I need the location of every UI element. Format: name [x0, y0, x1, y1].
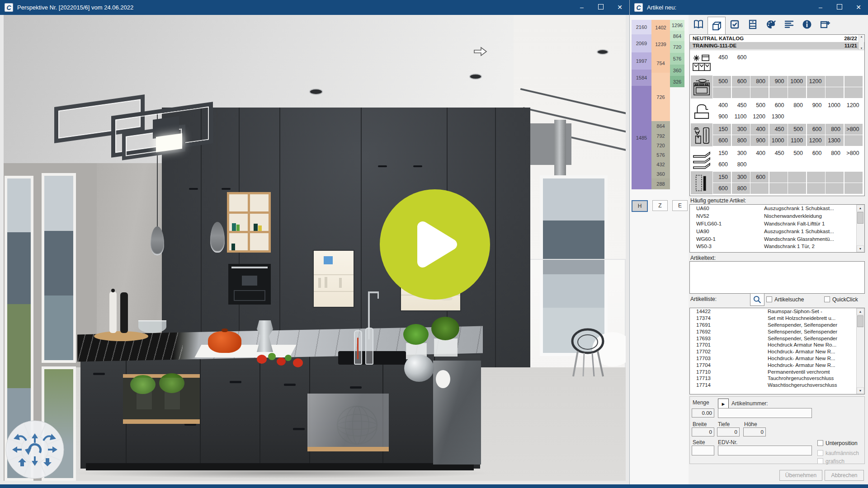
dimension-button[interactable]: 600 [713, 159, 731, 170]
breite-input[interactable]: 0 [692, 427, 714, 436]
list-item[interactable]: 17691Seifenspender, Seifenspender [690, 322, 864, 328]
height-value-cell[interactable]: 792 [651, 131, 670, 141]
dimension-cell-empty[interactable] [807, 172, 825, 183]
height-value-cell[interactable]: 864 [670, 31, 684, 41]
list-item[interactable]: 17714Waschtischgeruchsverschluss [690, 382, 864, 389]
catalog-row[interactable]: NEUTRAL KATALOG28/22 [690, 35, 864, 42]
dimension-cell-empty[interactable] [844, 183, 863, 194]
list-item[interactable]: 17703Hochdruck- Armatur New R... [690, 355, 864, 362]
height-value-cell[interactable]: 432 [651, 160, 670, 169]
dimension-button[interactable]: 450 [732, 100, 750, 111]
dimension-cell-empty[interactable] [769, 172, 788, 183]
dimension-button[interactable]: 1200 [750, 111, 769, 122]
list-item[interactable]: WFLG60-1Wandschrank Falt-Lifttür 1 [690, 220, 864, 228]
dimension-button[interactable]: 1000 [826, 100, 844, 111]
dimension-button[interactable]: 1100 [732, 111, 750, 122]
dimension-button[interactable]: 1200 [844, 100, 863, 111]
list-item[interactable]: WG60-1Wandschrank Glasrahmentü... [690, 235, 864, 243]
height-value-cell[interactable]: 2160 [632, 20, 651, 34]
height-value-cell[interactable]: 360 [651, 169, 670, 178]
dimension-cell-empty[interactable] [844, 76, 863, 87]
height-value-cell[interactable]: 720 [651, 141, 670, 150]
list-item[interactable]: W50-3Wandschrank 1 Tür, 2 [690, 243, 864, 250]
mode-button-e[interactable]: E [672, 200, 688, 211]
dimension-button[interactable]: 300 [732, 148, 750, 159]
dimension-button[interactable]: 500 [788, 148, 806, 159]
dimension-cell-empty[interactable] [788, 172, 806, 183]
tiefe-input[interactable]: 0 [717, 427, 740, 436]
dimension-cell-empty[interactable] [826, 183, 844, 194]
list-icon[interactable] [780, 17, 798, 32]
dimension-cell-empty[interactable] [788, 183, 806, 194]
dimension-button[interactable]: 500 [713, 76, 731, 87]
cube-icon[interactable] [708, 17, 726, 35]
dimension-button[interactable]: 150 [713, 172, 731, 183]
dimension-button[interactable]: 600 [713, 135, 731, 146]
dimension-button[interactable]: 1100 [788, 135, 806, 146]
minimize-button[interactable]: – [811, 0, 830, 15]
dimension-button[interactable]: 900 [750, 135, 769, 146]
seite-input[interactable] [692, 446, 714, 455]
dimension-button[interactable]: 1000 [769, 135, 788, 146]
height-value-cell[interactable]: 576 [670, 53, 684, 65]
scroll-up-icon[interactable]: ▲ [857, 205, 864, 211]
height-value-cell[interactable]: 1997 [632, 52, 651, 70]
list-item[interactable]: 17702Hochdruck- Armatur New R... [690, 348, 864, 355]
dimension-button[interactable]: 900 [769, 76, 788, 87]
height-value-cell[interactable]: 726 [651, 73, 670, 121]
dimension-button[interactable]: 800 [750, 76, 769, 87]
dimension-button[interactable]: 600 [713, 183, 731, 194]
catalog-scrollbar[interactable]: ▲▼ [859, 35, 864, 50]
artikelsuche-checkbox[interactable] [766, 296, 772, 302]
height-value-cell[interactable]: 864 [651, 121, 670, 131]
list-item[interactable]: 17692Seifenspender, Seifenspender [690, 328, 864, 335]
scroll-down-icon[interactable]: ▼ [857, 387, 864, 394]
dimension-button[interactable]: 400 [750, 148, 769, 159]
info-icon[interactable] [798, 17, 816, 32]
dimension-button[interactable]: 800 [788, 100, 806, 111]
list-item[interactable]: UA60Auszugschrank 1 Schubkast... [690, 205, 864, 212]
dimension-button[interactable]: 600 [769, 100, 788, 111]
dimension-button[interactable]: 500 [788, 124, 806, 135]
abbrechen-button[interactable]: Abbrechen [825, 470, 864, 481]
list-item[interactable]: 17701Hochdruck Armatur New Ro... [690, 342, 864, 348]
dimension-button[interactable]: 600 [750, 172, 769, 183]
close-button[interactable]: ✕ [849, 0, 868, 15]
height-value-cell[interactable]: 1402 [651, 20, 670, 35]
dimension-button[interactable]: >800 [844, 148, 863, 159]
dimension-button[interactable]: 1000 [788, 76, 806, 87]
dimension-button[interactable]: 800 [732, 135, 750, 146]
navigation-compass[interactable] [5, 419, 65, 480]
list-item[interactable]: 17710Permanentventil verchromt [690, 368, 864, 375]
book-icon[interactable] [689, 17, 708, 32]
dimension-button[interactable]: 150 [713, 124, 731, 135]
dimension-button[interactable]: 450 [769, 124, 788, 135]
list-item[interactable]: 17704Hochdruck- Armatur New R... [690, 361, 864, 368]
list-item[interactable]: 17693Seifenspender, Seifenspender [690, 335, 864, 342]
height-value-cell[interactable]: 1296 [670, 20, 684, 31]
edv-input[interactable] [718, 446, 812, 455]
dimension-button[interactable]: 1300 [769, 111, 788, 122]
height-value-cell[interactable]: 754 [651, 53, 670, 73]
dimension-cell-empty[interactable] [826, 87, 844, 98]
height-value-cell[interactable]: 288 [651, 178, 670, 189]
height-value-cell[interactable]: 326 [670, 76, 684, 87]
dimension-button[interactable]: 600 [732, 52, 750, 63]
dimension-cell-empty[interactable] [769, 87, 788, 98]
dimension-cell-empty[interactable] [750, 183, 769, 194]
list-item[interactable]: 14422Raumspar-Siphon-Set - [690, 308, 864, 315]
dimension-button[interactable]: 1300 [826, 135, 844, 146]
minimize-button[interactable]: – [572, 0, 591, 15]
play-button[interactable] [380, 189, 490, 300]
menge-input[interactable]: 0.00 [692, 408, 714, 418]
dimension-button[interactable]: 600 [807, 148, 825, 159]
list-item[interactable]: 17713Tauchrohrgeruchsverschluss [690, 375, 864, 382]
dimension-button[interactable]: 600 [807, 124, 825, 135]
dimension-cell-empty[interactable] [826, 172, 844, 183]
height-value-cell[interactable]: 1239 [651, 35, 670, 53]
dimension-button[interactable]: 150 [713, 148, 731, 159]
dimension-button[interactable]: 1200 [807, 135, 825, 146]
dimension-button[interactable]: 300 [732, 124, 750, 135]
dimension-button[interactable]: 500 [750, 100, 769, 111]
dimension-cell-empty[interactable] [844, 87, 863, 98]
